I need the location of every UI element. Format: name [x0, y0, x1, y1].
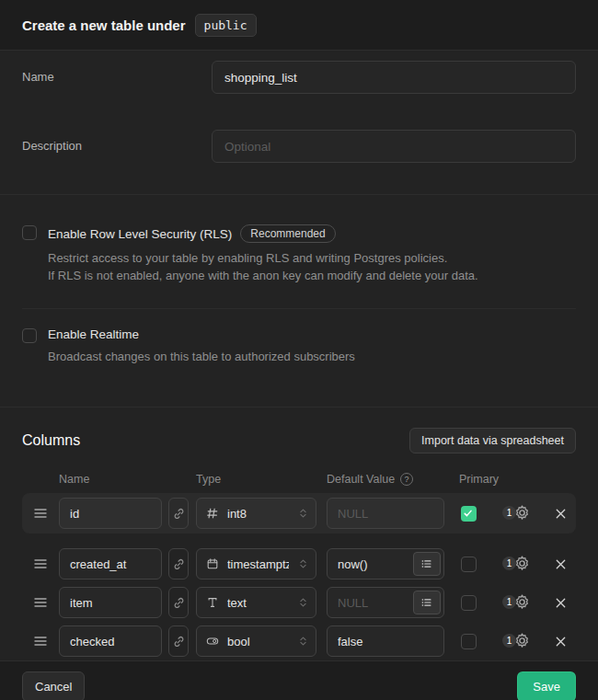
default-value-list-icon[interactable]: [413, 591, 441, 614]
chevrons-up-down-icon: [297, 635, 309, 648]
realtime-description: Broadcast changes on this table to autho…: [48, 348, 576, 365]
column-row-item: text 1: [22, 583, 576, 622]
column-default-input: [327, 498, 444, 529]
schema-badge: public: [195, 14, 257, 37]
create-table-dialog: Create a new table under public Name Des…: [0, 0, 598, 700]
foreign-key-link-icon[interactable]: [168, 548, 189, 580]
settings-count-badge: 1: [502, 557, 516, 570]
recommended-badge: Recommended: [240, 224, 335, 243]
settings-count-badge: 1: [502, 634, 516, 648]
default-value-list-icon[interactable]: [413, 552, 441, 576]
primary-key-checkbox[interactable]: [461, 557, 477, 572]
dialog-title: Create a new table under: [22, 17, 186, 33]
column-row-id: int8 1: [22, 493, 576, 534]
column-type-select[interactable]: timestamptz: [196, 548, 316, 580]
settings-count-badge: 1: [502, 595, 516, 609]
column-row-created-at: timestamptz 1: [22, 545, 576, 583]
name-row: Name: [22, 61, 576, 94]
settings-count-badge: 1: [502, 506, 516, 520]
header-name: Name: [59, 473, 196, 486]
drag-handle-icon[interactable]: [22, 634, 59, 648]
description-row: Description: [22, 130, 576, 163]
drag-handle-icon[interactable]: [22, 506, 59, 521]
column-name-input[interactable]: [59, 625, 162, 657]
primary-key-checkbox[interactable]: [461, 634, 477, 649]
foreign-key-link-icon[interactable]: [168, 625, 189, 657]
chevrons-up-down-icon: [297, 507, 309, 520]
dialog-footer: Cancel Save: [0, 660, 598, 700]
remove-column-icon[interactable]: [554, 557, 568, 571]
realtime-checkbox[interactable]: [22, 328, 37, 343]
rls-label: Enable Row Level Security (RLS): [48, 227, 232, 241]
text-icon: [206, 596, 219, 609]
remove-column-icon[interactable]: [554, 507, 568, 521]
primary-key-checkbox[interactable]: [461, 595, 477, 611]
column-type-select[interactable]: int8: [196, 498, 316, 529]
header-default: Default Value ?: [327, 473, 441, 486]
primary-key-checkbox[interactable]: [461, 506, 477, 522]
column-settings-button[interactable]: 1: [502, 593, 531, 612]
calendar-icon: [206, 557, 219, 570]
column-type-select[interactable]: text: [196, 587, 316, 618]
import-spreadsheet-button[interactable]: Import data via spreadsheet: [409, 428, 576, 453]
hash-icon: [206, 507, 219, 520]
columns-header-row: Name Type Default Value ? Primary: [22, 473, 576, 486]
rls-option: Enable Row Level Security (RLS) Recommen…: [22, 224, 576, 284]
remove-column-icon[interactable]: [554, 596, 568, 610]
header-type: Type: [196, 473, 327, 486]
save-button[interactable]: Save: [517, 671, 576, 700]
columns-section: Columns Import data via spreadsheet Name…: [0, 407, 598, 660]
rls-description: Restrict access to your table by enablin…: [48, 249, 576, 284]
table-name-input[interactable]: [212, 61, 576, 94]
columns-title: Columns: [22, 432, 80, 449]
column-type-select[interactable]: bool: [196, 625, 316, 657]
description-label: Description: [22, 130, 212, 153]
column-name-input[interactable]: [59, 587, 162, 618]
table-details-section: Name Description: [0, 51, 598, 195]
foreign-key-link-icon[interactable]: [168, 587, 189, 618]
chevrons-up-down-icon: [297, 596, 309, 609]
drag-handle-icon[interactable]: [22, 595, 59, 610]
drag-handle-icon[interactable]: [22, 557, 59, 571]
column-row-checked: bool 1: [22, 622, 576, 660]
column-settings-button[interactable]: 1: [502, 632, 531, 650]
toggle-icon: [206, 635, 219, 648]
chevrons-up-down-icon: [297, 557, 309, 570]
dialog-header: Create a new table under public: [0, 0, 598, 51]
table-description-input[interactable]: [212, 130, 576, 163]
column-settings-button[interactable]: 1: [502, 504, 531, 522]
realtime-option: Enable Realtime Broadcast changes on thi…: [22, 327, 576, 365]
name-label: Name: [22, 61, 212, 84]
header-primary: Primary: [459, 473, 499, 486]
realtime-label: Enable Realtime: [48, 327, 139, 341]
options-divider: [22, 308, 576, 309]
column-name-input[interactable]: [59, 548, 162, 580]
column-settings-button[interactable]: 1: [502, 555, 531, 573]
remove-column-icon[interactable]: [554, 635, 568, 648]
column-name-input[interactable]: [59, 498, 162, 529]
table-options-section: Enable Row Level Security (RLS) Recommen…: [0, 195, 598, 407]
help-icon[interactable]: ?: [400, 473, 413, 486]
foreign-key-link-icon[interactable]: [168, 498, 189, 529]
rls-checkbox[interactable]: [22, 225, 37, 240]
cancel-button[interactable]: Cancel: [22, 671, 85, 700]
column-default-input[interactable]: [327, 625, 444, 657]
